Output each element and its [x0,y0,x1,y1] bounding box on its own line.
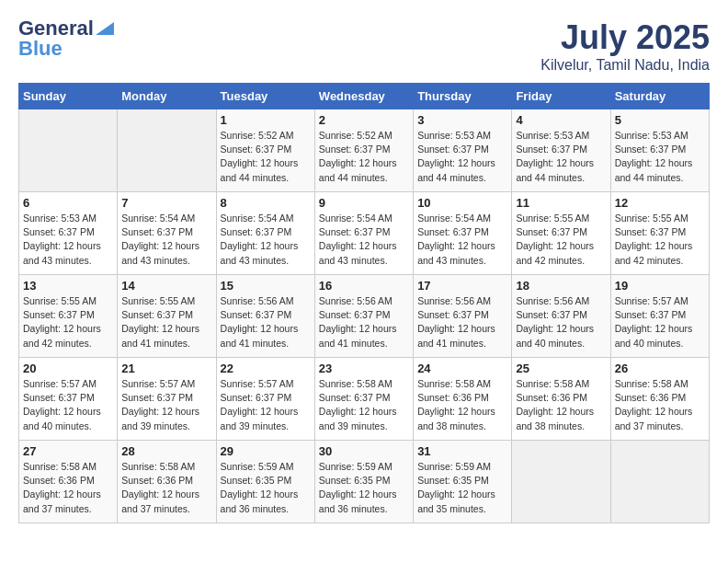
day-cell: 9Sunrise: 5:54 AM Sunset: 6:37 PM Daylig… [314,192,413,275]
day-number: 16 [319,279,409,293]
day-cell: 31Sunrise: 5:59 AM Sunset: 6:35 PM Dayli… [414,441,512,523]
title-section: July 2025 Kilvelur, Tamil Nadu, India [540,18,710,74]
day-cell: 14Sunrise: 5:55 AM Sunset: 6:37 PM Dayli… [118,275,216,358]
day-info: Sunrise: 5:53 AM Sunset: 6:37 PM Dayligh… [23,212,113,268]
day-info: Sunrise: 5:55 AM Sunset: 6:37 PM Dayligh… [121,294,211,350]
day-cell: 25Sunrise: 5:58 AM Sunset: 6:36 PM Dayli… [512,358,610,441]
day-cell: 12Sunrise: 5:55 AM Sunset: 6:37 PM Dayli… [610,192,709,275]
day-cell: 4Sunrise: 5:53 AM Sunset: 6:37 PM Daylig… [512,109,610,192]
weekday-header-friday: Friday [512,84,610,109]
day-cell: 30Sunrise: 5:59 AM Sunset: 6:35 PM Dayli… [314,441,413,523]
day-info: Sunrise: 5:54 AM Sunset: 6:37 PM Dayligh… [221,212,311,268]
day-number: 29 [221,444,311,458]
day-info: Sunrise: 5:53 AM Sunset: 6:37 PM Dayligh… [417,129,507,185]
day-number: 21 [121,362,211,375]
day-number: 25 [516,362,606,375]
day-info: Sunrise: 5:56 AM Sunset: 6:37 PM Dayligh… [221,294,311,350]
month-title: July 2025 [540,18,710,57]
day-cell: 29Sunrise: 5:59 AM Sunset: 6:35 PM Dayli… [216,441,314,523]
week-row-3: 13Sunrise: 5:55 AM Sunset: 6:37 PM Dayli… [19,275,710,358]
day-number: 14 [121,279,211,293]
weekday-header-tuesday: Tuesday [216,84,314,109]
day-cell [610,441,709,523]
weekday-header-sunday: Sunday [19,84,118,109]
day-info: Sunrise: 5:55 AM Sunset: 6:37 PM Dayligh… [615,212,705,268]
day-info: Sunrise: 5:54 AM Sunset: 6:37 PM Dayligh… [417,212,507,268]
day-number: 6 [23,196,113,210]
weekday-header-row: SundayMondayTuesdayWednesdayThursdayFrid… [19,84,710,109]
day-number: 19 [615,279,705,293]
day-cell: 5Sunrise: 5:53 AM Sunset: 6:37 PM Daylig… [610,109,709,192]
day-info: Sunrise: 5:58 AM Sunset: 6:36 PM Dayligh… [615,377,705,433]
day-number: 12 [615,196,705,210]
day-number: 10 [417,196,507,210]
weekday-header-saturday: Saturday [610,84,709,109]
location-title: Kilvelur, Tamil Nadu, India [540,57,710,74]
day-number: 7 [121,196,211,210]
day-cell: 17Sunrise: 5:56 AM Sunset: 6:37 PM Dayli… [414,275,512,358]
week-row-5: 27Sunrise: 5:58 AM Sunset: 6:36 PM Dayli… [19,441,710,523]
page-header: General Blue July 2025 Kilvelur, Tamil N… [18,18,710,74]
day-cell: 21Sunrise: 5:57 AM Sunset: 6:37 PM Dayli… [118,358,216,441]
logo: General Blue [18,18,114,61]
day-number: 9 [319,196,409,210]
day-info: Sunrise: 5:56 AM Sunset: 6:37 PM Dayligh… [417,294,507,350]
day-cell: 3Sunrise: 5:53 AM Sunset: 6:37 PM Daylig… [414,109,512,192]
day-number: 28 [121,444,211,458]
day-info: Sunrise: 5:53 AM Sunset: 6:37 PM Dayligh… [516,129,606,185]
day-number: 1 [221,113,311,127]
day-info: Sunrise: 5:57 AM Sunset: 6:37 PM Dayligh… [23,377,113,433]
day-cell: 10Sunrise: 5:54 AM Sunset: 6:37 PM Dayli… [414,192,512,275]
day-cell: 11Sunrise: 5:55 AM Sunset: 6:37 PM Dayli… [512,192,610,275]
week-row-1: 1Sunrise: 5:52 AM Sunset: 6:37 PM Daylig… [19,109,710,192]
day-info: Sunrise: 5:52 AM Sunset: 6:37 PM Dayligh… [221,129,311,185]
day-number: 17 [417,279,507,293]
day-number: 5 [615,113,705,127]
day-info: Sunrise: 5:56 AM Sunset: 6:37 PM Dayligh… [516,294,606,350]
day-info: Sunrise: 5:55 AM Sunset: 6:37 PM Dayligh… [23,294,113,350]
day-number: 22 [221,362,311,375]
day-number: 11 [516,196,606,210]
weekday-header-wednesday: Wednesday [314,84,413,109]
day-info: Sunrise: 5:55 AM Sunset: 6:37 PM Dayligh… [516,212,606,268]
week-row-2: 6Sunrise: 5:53 AM Sunset: 6:37 PM Daylig… [19,192,710,275]
day-number: 23 [319,362,409,375]
day-cell: 18Sunrise: 5:56 AM Sunset: 6:37 PM Dayli… [512,275,610,358]
day-cell [512,441,610,523]
day-number: 30 [319,444,409,458]
day-cell: 8Sunrise: 5:54 AM Sunset: 6:37 PM Daylig… [216,192,314,275]
day-number: 27 [23,444,113,458]
day-info: Sunrise: 5:52 AM Sunset: 6:37 PM Dayligh… [319,129,409,185]
day-cell: 26Sunrise: 5:58 AM Sunset: 6:36 PM Dayli… [610,358,709,441]
day-cell: 28Sunrise: 5:58 AM Sunset: 6:36 PM Dayli… [118,441,216,523]
day-cell [19,109,118,192]
day-info: Sunrise: 5:54 AM Sunset: 6:37 PM Dayligh… [121,212,211,268]
day-cell: 13Sunrise: 5:55 AM Sunset: 6:37 PM Dayli… [19,275,118,358]
day-number: 26 [615,362,705,375]
day-info: Sunrise: 5:59 AM Sunset: 6:35 PM Dayligh… [417,460,507,516]
weekday-header-monday: Monday [118,84,216,109]
day-number: 18 [516,279,606,293]
day-info: Sunrise: 5:53 AM Sunset: 6:37 PM Dayligh… [615,129,705,185]
day-number: 13 [23,279,113,293]
day-info: Sunrise: 5:59 AM Sunset: 6:35 PM Dayligh… [319,460,409,516]
day-info: Sunrise: 5:58 AM Sunset: 6:36 PM Dayligh… [121,460,211,516]
day-info: Sunrise: 5:58 AM Sunset: 6:37 PM Dayligh… [319,377,409,433]
day-info: Sunrise: 5:57 AM Sunset: 6:37 PM Dayligh… [221,377,311,433]
day-cell: 1Sunrise: 5:52 AM Sunset: 6:37 PM Daylig… [216,109,314,192]
day-info: Sunrise: 5:58 AM Sunset: 6:36 PM Dayligh… [417,377,507,433]
day-number: 24 [417,362,507,375]
day-cell: 16Sunrise: 5:56 AM Sunset: 6:37 PM Dayli… [314,275,413,358]
day-number: 3 [417,113,507,127]
day-number: 31 [417,444,507,458]
weekday-header-thursday: Thursday [414,84,512,109]
calendar-table: SundayMondayTuesdayWednesdayThursdayFrid… [18,83,710,523]
day-cell: 23Sunrise: 5:58 AM Sunset: 6:37 PM Dayli… [314,358,413,441]
day-cell: 19Sunrise: 5:57 AM Sunset: 6:37 PM Dayli… [610,275,709,358]
day-cell: 22Sunrise: 5:57 AM Sunset: 6:37 PM Dayli… [216,358,314,441]
day-info: Sunrise: 5:57 AM Sunset: 6:37 PM Dayligh… [615,294,705,350]
day-number: 8 [221,196,311,210]
day-number: 20 [23,362,113,375]
day-info: Sunrise: 5:58 AM Sunset: 6:36 PM Dayligh… [23,460,113,516]
day-number: 15 [221,279,311,293]
